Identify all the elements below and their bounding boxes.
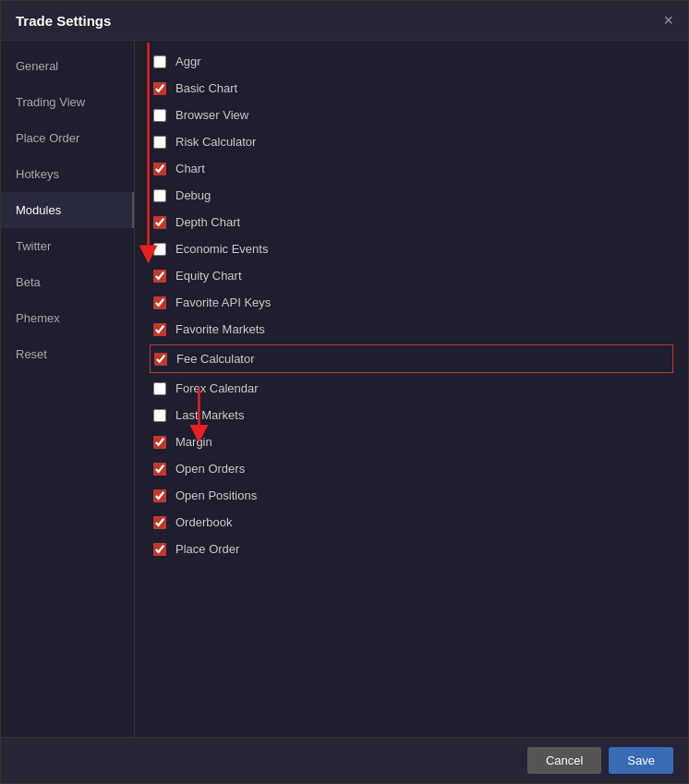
label-debug: Debug: [175, 188, 211, 202]
module-item-forex-calendar[interactable]: Forex Calendar: [150, 375, 673, 402]
module-item-risk-calculator[interactable]: Risk Calculator: [150, 128, 673, 155]
module-item-favorite-api-keys[interactable]: Favorite API Keys: [150, 289, 673, 316]
module-item-last-markets[interactable]: Last Markets: [150, 402, 673, 428]
checkbox-chart[interactable]: [153, 163, 166, 175]
label-favorite-api-keys: Favorite API Keys: [175, 296, 271, 309]
sidebar-item-hotkeys[interactable]: Hotkeys: [1, 156, 134, 192]
label-equity-chart: Equity Chart: [175, 269, 242, 283]
module-item-orderbook[interactable]: Orderbook: [150, 509, 673, 536]
label-place-order: Place Order: [175, 542, 239, 556]
content-area: AggrBasic ChartBrowser ViewRisk Calculat…: [135, 41, 688, 737]
modules-list[interactable]: AggrBasic ChartBrowser ViewRisk Calculat…: [135, 41, 688, 737]
module-item-depth-chart[interactable]: Depth Chart: [150, 209, 673, 235]
label-open-positions: Open Positions: [175, 488, 257, 502]
save-button[interactable]: Save: [609, 747, 673, 774]
sidebar-item-phemex[interactable]: Phemex: [1, 300, 134, 336]
trade-settings-modal: Trade Settings × GeneralTrading ViewPlac…: [0, 0, 689, 784]
sidebar-item-reset[interactable]: Reset: [1, 336, 134, 372]
modal-footer: Cancel Save: [1, 737, 688, 783]
label-economic-events: Economic Events: [175, 242, 268, 256]
label-aggr: Aggr: [175, 54, 200, 68]
module-item-fee-calculator[interactable]: Fee Calculator: [150, 344, 673, 373]
checkbox-economic-events[interactable]: [153, 243, 166, 256]
sidebar-item-place-order[interactable]: Place Order: [1, 120, 134, 156]
checkbox-favorite-markets[interactable]: [153, 323, 166, 336]
label-chart: Chart: [175, 162, 205, 175]
label-margin: Margin: [175, 435, 212, 449]
label-last-markets: Last Markets: [175, 408, 244, 422]
checkbox-open-positions[interactable]: [153, 489, 166, 502]
checkbox-risk-calculator[interactable]: [153, 136, 166, 149]
label-favorite-markets: Favorite Markets: [175, 322, 265, 336]
module-item-browser-view[interactable]: Browser View: [150, 102, 673, 128]
checkbox-debug[interactable]: [153, 189, 166, 202]
sidebar: GeneralTrading ViewPlace OrderHotkeysMod…: [1, 41, 135, 737]
module-item-open-orders[interactable]: Open Orders: [150, 455, 673, 482]
sidebar-item-trading-view[interactable]: Trading View: [1, 84, 134, 120]
module-item-chart[interactable]: Chart: [150, 155, 673, 182]
label-forex-calendar: Forex Calendar: [175, 381, 259, 395]
sidebar-item-general[interactable]: General: [1, 48, 134, 84]
label-orderbook: Orderbook: [175, 515, 232, 529]
sidebar-item-modules[interactable]: Modules: [1, 192, 134, 228]
module-item-place-order[interactable]: Place Order: [150, 536, 673, 562]
checkbox-margin[interactable]: [153, 436, 166, 449]
module-item-open-positions[interactable]: Open Positions: [150, 482, 673, 509]
label-fee-calculator: Fee Calculator: [176, 352, 255, 366]
modal-title: Trade Settings: [16, 13, 111, 29]
checkbox-equity-chart[interactable]: [153, 270, 166, 283]
sidebar-item-beta[interactable]: Beta: [1, 264, 134, 300]
checkbox-orderbook[interactable]: [153, 516, 166, 529]
checkbox-basic-chart[interactable]: [153, 82, 166, 95]
checkbox-aggr[interactable]: [153, 55, 166, 68]
module-item-basic-chart[interactable]: Basic Chart: [150, 75, 673, 102]
checkbox-fee-calculator[interactable]: [154, 353, 167, 366]
label-basic-chart: Basic Chart: [175, 81, 237, 95]
label-open-orders: Open Orders: [175, 462, 245, 476]
close-button[interactable]: ×: [663, 12, 673, 29]
checkbox-last-markets[interactable]: [153, 409, 166, 422]
checkbox-depth-chart[interactable]: [153, 216, 166, 229]
label-risk-calculator: Risk Calculator: [175, 135, 256, 149]
module-item-economic-events[interactable]: Economic Events: [150, 235, 673, 262]
cancel-button[interactable]: Cancel: [527, 747, 601, 774]
checkbox-open-orders[interactable]: [153, 463, 166, 476]
checkbox-favorite-api-keys[interactable]: [153, 296, 166, 309]
module-item-favorite-markets[interactable]: Favorite Markets: [150, 316, 673, 343]
label-browser-view: Browser View: [175, 108, 248, 122]
modal-header: Trade Settings ×: [1, 1, 688, 41]
label-depth-chart: Depth Chart: [175, 215, 240, 229]
checkbox-forex-calendar[interactable]: [153, 382, 166, 395]
modal-body: GeneralTrading ViewPlace OrderHotkeysMod…: [1, 41, 688, 737]
module-item-aggr[interactable]: Aggr: [150, 48, 673, 75]
sidebar-item-twitter[interactable]: Twitter: [1, 228, 134, 264]
module-item-margin[interactable]: Margin: [150, 428, 673, 455]
checkbox-place-order[interactable]: [153, 543, 166, 556]
module-item-equity-chart[interactable]: Equity Chart: [150, 262, 673, 289]
module-item-debug[interactable]: Debug: [150, 182, 673, 209]
checkbox-browser-view[interactable]: [153, 109, 166, 122]
